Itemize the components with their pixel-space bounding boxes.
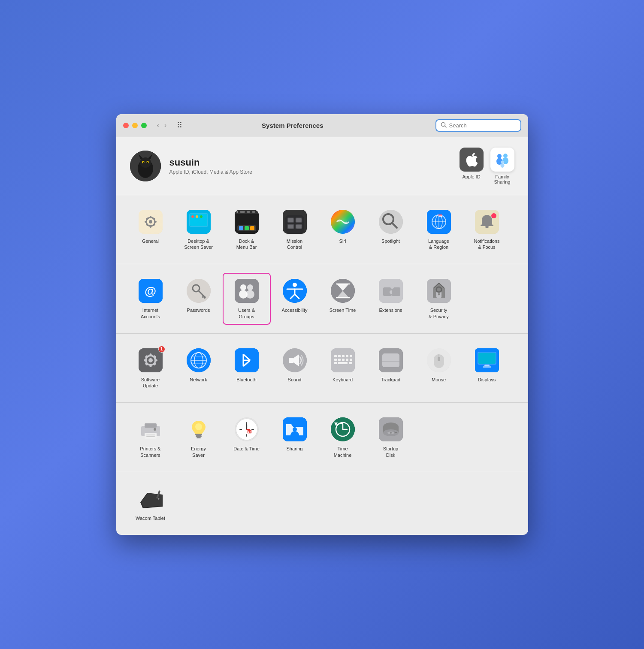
close-button[interactable] (123, 123, 129, 128)
notifications-focus-icon-wrapper (474, 209, 500, 235)
date-time-item[interactable]: 17 Date & Time (223, 411, 271, 463)
svg-rect-141 (382, 353, 399, 367)
energy-saver-icon (187, 417, 211, 441)
svg-rect-96 (390, 285, 394, 289)
notifications-focus-label: Notifications& Focus (474, 238, 500, 251)
network-item[interactable]: Network (175, 342, 223, 394)
svg-rect-22 (145, 221, 147, 223)
icon-grid-4: Printers &Scanners (127, 411, 518, 463)
date-time-icon-wrapper: 17 (234, 417, 260, 442)
minimize-button[interactable] (132, 123, 138, 128)
software-update-item[interactable]: 1 SoftwareUpdate (127, 342, 175, 394)
profile-actions: Apple ID (460, 148, 514, 184)
software-update-icon (139, 348, 163, 372)
dock-menu-bar-icon (235, 210, 259, 234)
internet-accounts-label: InternetAccounts (141, 307, 160, 320)
dock-menu-bar-item[interactable]: Dock &Menu Bar (223, 204, 271, 256)
accessibility-item[interactable]: Accessibility (271, 273, 319, 325)
mission-control-item[interactable]: MissionControl (271, 204, 319, 256)
internet-accounts-item[interactable]: @ InternetAccounts (127, 273, 175, 325)
svg-text:@: @ (145, 284, 156, 298)
svg-rect-124 (289, 358, 294, 363)
svg-point-99 (438, 293, 440, 296)
maximize-button[interactable] (141, 123, 147, 128)
svg-point-13 (503, 154, 508, 158)
passwords-item[interactable]: Passwords (175, 273, 223, 325)
energy-saver-item[interactable]: EnergySaver (175, 411, 223, 463)
keyboard-label: Keyboard (333, 377, 353, 383)
svg-rect-107 (154, 359, 157, 361)
window-title: System Preferences (157, 122, 428, 129)
sharing-item[interactable]: Sharing (271, 411, 319, 463)
sound-item[interactable]: Sound (271, 342, 319, 394)
users-groups-item[interactable]: Users &Groups (223, 273, 271, 325)
extensions-icon-wrapper (378, 278, 404, 304)
svg-rect-50 (288, 218, 293, 222)
desktop-screen-saver-item[interactable]: Desktop &Screen Saver (175, 204, 223, 256)
date-time-icon: 17 (235, 417, 259, 441)
startup-disk-item[interactable]: StartupDisk (367, 411, 415, 463)
accessibility-icon (283, 279, 307, 303)
time-machine-item[interactable]: TimeMachine (319, 411, 367, 463)
svg-point-33 (196, 215, 198, 218)
desktop-screen-saver-icon (187, 210, 211, 234)
software-update-badge: 1 (158, 346, 165, 353)
search-input[interactable] (449, 122, 514, 129)
svg-point-4 (140, 157, 151, 168)
sound-icon (283, 348, 307, 372)
network-icon (187, 348, 211, 372)
avatar[interactable] (130, 151, 161, 181)
svg-point-82 (293, 283, 297, 287)
security-privacy-icon (427, 279, 451, 303)
bluetooth-label: Bluetooth (236, 377, 256, 383)
svg-rect-106 (144, 359, 147, 361)
spotlight-item[interactable]: Spotlight (367, 204, 415, 256)
printers-scanners-item[interactable]: Printers &Scanners (127, 411, 175, 463)
printers-scanners-label: Printers &Scanners (140, 446, 160, 458)
wacom-tablet-item[interactable]: Wacom Tablet (127, 481, 175, 526)
apple-id-button[interactable]: Apple ID (460, 148, 484, 184)
svg-point-16 (500, 163, 504, 168)
keyboard-item[interactable]: Keyboard (319, 342, 367, 394)
icon-grid-3: 1 SoftwareUpdate (127, 342, 518, 394)
svg-point-103 (148, 358, 153, 362)
svg-rect-104 (149, 353, 151, 356)
accessibility-icon-wrapper (282, 278, 308, 304)
notifications-focus-item[interactable]: Notifications& Focus (463, 204, 511, 256)
profile-name: susuin (169, 157, 451, 168)
apple-id-icon (460, 148, 484, 172)
general-item[interactable]: General (127, 204, 175, 256)
system-preferences-window: ‹ › ⠿ System Preferences (116, 114, 528, 535)
family-sharing-icon (490, 148, 514, 172)
trackpad-item[interactable]: Trackpad (367, 342, 415, 394)
extensions-label: Extensions (379, 307, 402, 313)
printers-scanners-icon (139, 417, 163, 441)
section-preferences-3: 1 SoftwareUpdate (116, 334, 528, 403)
mission-control-label: MissionControl (287, 238, 302, 251)
users-groups-icon-wrapper (234, 278, 260, 304)
network-label: Network (190, 377, 207, 383)
svg-rect-51 (296, 218, 302, 222)
svg-rect-42 (240, 211, 245, 213)
siri-item[interactable]: Siri (319, 204, 367, 256)
svg-rect-105 (149, 364, 151, 367)
mouse-item[interactable]: Mouse (415, 342, 463, 394)
icon-grid-5: Wacom Tablet (127, 481, 518, 526)
svg-point-161 (195, 423, 202, 430)
svg-rect-146 (438, 357, 440, 361)
language-region-item[interactable]: Language& Region (415, 204, 463, 256)
svg-rect-136 (350, 359, 352, 361)
family-sharing-button[interactable]: FamilySharing (490, 148, 514, 184)
svg-rect-53 (296, 224, 302, 228)
bluetooth-item[interactable]: Bluetooth (223, 342, 271, 394)
svg-point-77 (240, 284, 246, 290)
security-privacy-item[interactable]: Security& Privacy (415, 273, 463, 325)
displays-item[interactable]: Displays (463, 342, 511, 394)
keyboard-icon (331, 348, 355, 372)
desktop-screen-saver-icon-wrapper (186, 209, 212, 235)
trackpad-icon (379, 348, 403, 372)
extensions-item[interactable]: Extensions (367, 273, 415, 325)
startup-disk-icon-wrapper (378, 417, 404, 442)
svg-rect-155 (146, 435, 155, 435)
screen-time-item[interactable]: Screen Time (319, 273, 367, 325)
